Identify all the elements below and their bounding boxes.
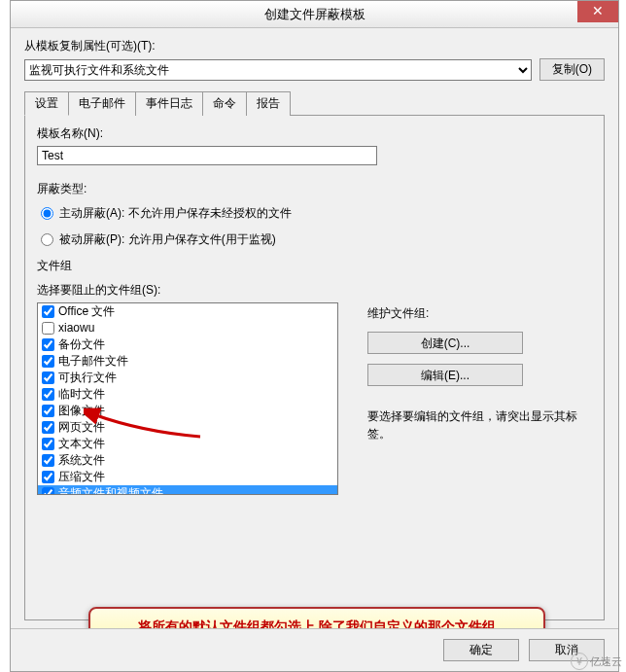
file-groups-select-label: 选择要阻止的文件组(S): — [37, 282, 338, 299]
list-item[interactable]: xiaowu — [38, 320, 337, 336]
list-item[interactable]: Office 文件 — [38, 303, 337, 320]
list-item-checkbox[interactable] — [42, 421, 54, 434]
copy-button[interactable]: 复制(O) — [539, 58, 605, 81]
tab-email[interactable]: 电子邮件 — [68, 91, 136, 116]
list-item-label: xiaowu — [58, 321, 94, 336]
file-groups-left: 选择要阻止的文件组(S): Office 文件xiaowu备份文件电子邮件文件可… — [37, 282, 338, 495]
list-item-checkbox[interactable] — [42, 471, 54, 483]
list-item-label: 压缩文件 — [58, 470, 105, 484]
copy-from-label: 从模板复制属性(可选)(T): — [24, 38, 605, 54]
copy-from-select[interactable]: 监视可执行文件和系统文件 — [24, 59, 532, 81]
watermark: ¥ 亿速云 — [571, 653, 622, 670]
dialog-window: 创建文件屏蔽模板 ✕ 从模板复制属性(可选)(T): 监视可执行文件和系统文件 … — [10, 0, 619, 672]
file-groups-right: 维护文件组: 创建(C)... 编辑(E)... 要选择要编辑的文件组，请突出显… — [367, 282, 592, 495]
list-item-label: 可执行文件 — [58, 371, 117, 385]
file-groups-hint: 要选择要编辑的文件组，请突出显示其标签。 — [367, 407, 592, 442]
radio-active-input[interactable] — [41, 207, 53, 220]
file-groups-header: 文件组 — [37, 258, 592, 274]
list-item[interactable]: 图像文件 — [38, 403, 337, 419]
tab-report[interactable]: 报告 — [246, 91, 291, 116]
titlebar: 创建文件屏蔽模板 ✕ — [11, 1, 618, 28]
create-file-group-button[interactable]: 创建(C)... — [367, 332, 523, 354]
file-groups-listbox[interactable]: Office 文件xiaowu备份文件电子邮件文件可执行文件临时文件图像文件网页… — [37, 302, 338, 495]
list-item-checkbox[interactable] — [42, 388, 54, 401]
tab-settings[interactable]: 设置 — [24, 91, 69, 116]
list-item[interactable]: 文本文件 — [38, 436, 337, 452]
close-button[interactable]: ✕ — [577, 1, 618, 22]
list-item[interactable]: 电子邮件文件 — [38, 353, 337, 370]
dialog-content: 从模板复制属性(可选)(T): 监视可执行文件和系统文件 复制(O) 设置 电子… — [11, 28, 618, 628]
list-item-checkbox[interactable] — [42, 355, 54, 368]
list-item-label: 备份文件 — [58, 337, 105, 352]
radio-passive-label: 被动屏蔽(P): 允许用户保存文件(用于监视) — [59, 231, 276, 248]
edit-file-group-button[interactable]: 编辑(E)... — [367, 364, 523, 386]
list-item[interactable]: 音频文件和视频文件 — [38, 485, 337, 495]
list-item-checkbox[interactable] — [42, 487, 54, 495]
maintain-label: 维护文件组: — [367, 305, 592, 322]
tab-command[interactable]: 命令 — [202, 91, 247, 116]
tab-container: 设置 电子邮件 事件日志 命令 报告 模板名称(N): 屏蔽类型: 主动屏蔽(A… — [24, 90, 605, 620]
dialog-footer: 确定 取消 — [11, 628, 618, 671]
list-item-label: 文本文件 — [58, 437, 105, 451]
list-item[interactable]: 临时文件 — [38, 386, 337, 403]
window-title: 创建文件屏蔽模板 — [264, 7, 365, 21]
list-item[interactable]: 压缩文件 — [38, 469, 337, 485]
list-item-label: 网页文件 — [58, 420, 105, 435]
list-item-checkbox[interactable] — [42, 371, 54, 384]
screening-type-label: 屏蔽类型: — [37, 181, 592, 197]
list-item[interactable]: 系统文件 — [38, 452, 337, 469]
list-item-checkbox[interactable] — [42, 405, 54, 417]
list-item-checkbox[interactable] — [42, 338, 54, 351]
template-name-label: 模板名称(N): — [37, 125, 592, 142]
list-item-label: 系统文件 — [58, 453, 105, 468]
list-item-checkbox[interactable] — [42, 454, 54, 467]
list-item-label: Office 文件 — [58, 304, 115, 319]
list-item-checkbox[interactable] — [42, 305, 54, 318]
list-item[interactable]: 网页文件 — [38, 419, 337, 436]
template-name-input[interactable] — [37, 146, 377, 165]
list-item[interactable]: 备份文件 — [38, 336, 337, 353]
list-item-label: 音频文件和视频文件 — [58, 486, 163, 495]
list-item[interactable]: 可执行文件 — [38, 370, 337, 386]
ok-button[interactable]: 确定 — [443, 639, 519, 661]
list-item-checkbox[interactable] — [42, 322, 54, 335]
list-item-label: 临时文件 — [58, 387, 105, 402]
close-icon: ✕ — [592, 3, 604, 18]
radio-passive-screening[interactable]: 被动屏蔽(P): 允许用户保存文件(用于监视) — [41, 231, 592, 248]
watermark-text: 亿速云 — [590, 654, 622, 669]
list-item-checkbox[interactable] — [42, 438, 54, 450]
radio-active-screening[interactable]: 主动屏蔽(A): 不允许用户保存未经授权的文件 — [41, 205, 592, 222]
tab-eventlog[interactable]: 事件日志 — [135, 91, 203, 116]
tabstrip: 设置 电子邮件 事件日志 命令 报告 — [24, 91, 605, 116]
watermark-icon: ¥ — [571, 653, 588, 670]
list-item-label: 图像文件 — [58, 404, 105, 418]
file-groups-area: 选择要阻止的文件组(S): Office 文件xiaowu备份文件电子邮件文件可… — [37, 282, 592, 495]
radio-active-label: 主动屏蔽(A): 不允许用户保存未经授权的文件 — [59, 205, 292, 222]
tab-panel-settings: 模板名称(N): 屏蔽类型: 主动屏蔽(A): 不允许用户保存未经授权的文件 被… — [24, 115, 605, 620]
list-item-label: 电子邮件文件 — [58, 354, 128, 369]
radio-passive-input[interactable] — [41, 233, 53, 246]
